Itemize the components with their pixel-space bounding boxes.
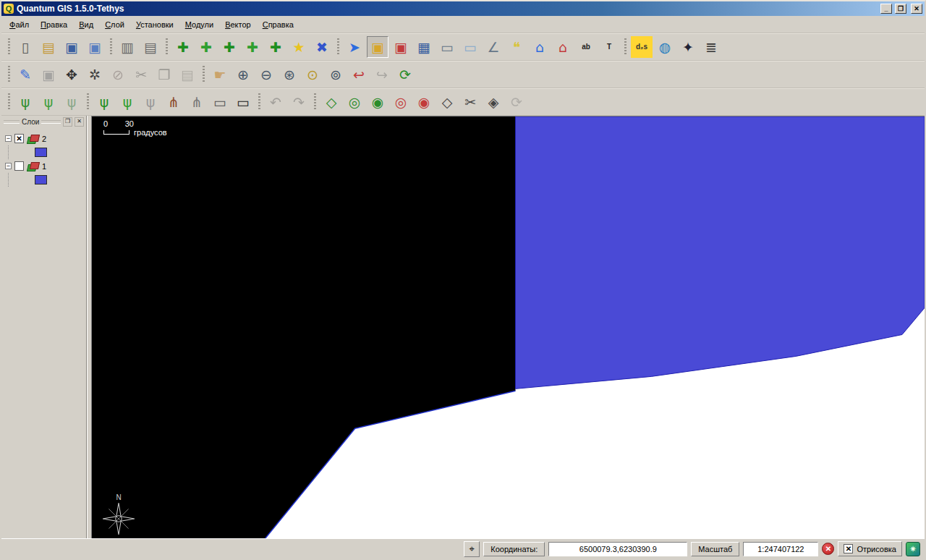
zoom-in-icon[interactable]: ⊕: [232, 64, 254, 85]
menu-settings[interactable]: Установки: [130, 17, 179, 32]
zoom-full-extent-icon[interactable]: ⊛: [279, 64, 300, 85]
add-spatialite-layer-icon[interactable]: ✚: [242, 36, 263, 58]
grass-add-vector-layer-icon[interactable]: ψ: [93, 91, 115, 113]
layer-name[interactable]: 2: [42, 135, 46, 143]
coordinate-capture-icon[interactable]: ◍: [654, 36, 676, 58]
layer-name[interactable]: 1: [42, 162, 46, 171]
grass-close-mapset-icon[interactable]: ψ: [61, 91, 82, 113]
new-shapefile-layer-icon[interactable]: ★: [288, 36, 310, 58]
copy-features-icon[interactable]: ❐: [153, 64, 175, 85]
save-project-as-icon[interactable]: ▣: [84, 36, 106, 58]
add-vector-layer-icon[interactable]: ✚: [172, 36, 194, 58]
close-button[interactable]: ✕: [911, 4, 922, 14]
move-feature-icon[interactable]: ✥: [61, 64, 82, 85]
menu-plugins[interactable]: Модули: [179, 17, 219, 32]
titlebar[interactable]: Q Quantum GIS 1.5.0-Tethys _ ❐ ✕: [1, 1, 925, 16]
node-tool-icon[interactable]: ✲: [84, 64, 106, 85]
show-bookmarks-icon[interactable]: ⌂: [552, 36, 574, 58]
coordinates-label[interactable]: Координаты:: [483, 542, 545, 556]
grass-region-edit-icon[interactable]: ▭: [232, 91, 254, 113]
delete-part-icon[interactable]: ◉: [413, 91, 435, 113]
zoom-to-layer-icon[interactable]: ⊚: [325, 64, 347, 85]
coordinates-value[interactable]: 6500079.3,6230390.9: [548, 542, 687, 556]
layer-symbol-swatch[interactable]: [35, 175, 47, 184]
grass-tools-icon[interactable]: ⋔: [186, 91, 208, 113]
rotate-point-symbols-icon[interactable]: ⟳: [506, 91, 527, 113]
delete-selected-icon[interactable]: ⊘: [107, 64, 129, 85]
measure-area-icon[interactable]: ▭: [459, 36, 481, 58]
toolbar-grip[interactable]: [337, 38, 339, 56]
toolbar-grip[interactable]: [8, 66, 10, 83]
tree-expander-icon[interactable]: −: [5, 163, 12, 169]
map-canvas[interactable]: 0 30 градусов N: [91, 116, 925, 538]
zoom-out-icon[interactable]: ⊖: [255, 64, 277, 85]
render-checkbox-label[interactable]: Отрисовка: [857, 545, 896, 553]
grass-add-raster-layer-icon[interactable]: ψ: [116, 91, 138, 113]
delete-ring-icon[interactable]: ◎: [390, 91, 412, 113]
attribute-table-icon[interactable]: ▦: [413, 36, 435, 58]
simplify-feature-icon[interactable]: ◇: [320, 91, 342, 113]
text-annotation-icon[interactable]: T: [598, 36, 620, 58]
new-print-composer-icon[interactable]: ▥: [116, 36, 138, 58]
zoom-to-selection-icon[interactable]: ⊙: [302, 64, 323, 85]
add-part-icon[interactable]: ◉: [367, 91, 388, 113]
cut-features-icon[interactable]: ✂: [130, 64, 152, 85]
crs-status-icon[interactable]: ✷: [906, 542, 920, 556]
tree-expander-icon[interactable]: −: [5, 135, 12, 142]
dock-float-button[interactable]: ❐: [63, 117, 72, 127]
redo-icon[interactable]: ↷: [288, 91, 310, 113]
zoom-last-icon[interactable]: ↩: [348, 64, 370, 85]
measure-angle-icon[interactable]: ∠: [483, 36, 504, 58]
grass-edit-vector-icon[interactable]: ⋔: [163, 91, 184, 113]
add-ring-icon[interactable]: ◎: [344, 91, 365, 113]
undo-icon[interactable]: ↶: [265, 91, 286, 113]
toggle-extents-icon[interactable]: ⌖: [464, 541, 480, 557]
toolbar-grip[interactable]: [314, 93, 316, 111]
dxf2shp-icon[interactable]: d₂s: [631, 36, 653, 58]
map-tips-icon[interactable]: ❝: [506, 36, 527, 58]
toolbar-grip[interactable]: [8, 93, 10, 111]
menu-layer[interactable]: Слой: [99, 17, 130, 32]
refresh-map-icon[interactable]: ⟳: [394, 64, 416, 85]
toolbar-grip[interactable]: [87, 93, 89, 111]
toolbar-grip[interactable]: [8, 38, 10, 56]
toolbar-grip[interactable]: [110, 38, 112, 56]
menu-vector[interactable]: Вектор: [219, 17, 257, 32]
split-features-icon[interactable]: ✂: [459, 91, 481, 113]
new-bookmark-icon[interactable]: ⌂: [529, 36, 551, 58]
toggle-editing-icon[interactable]: ✎: [14, 64, 36, 85]
grass-region-display-icon[interactable]: ▭: [209, 91, 231, 113]
merge-features-icon[interactable]: ◈: [483, 91, 504, 113]
menu-view[interactable]: Вид: [73, 17, 99, 32]
toolbar-grip[interactable]: [203, 66, 205, 83]
layer-symbol-swatch[interactable]: [35, 148, 47, 157]
scale-value[interactable]: 1:247407122: [743, 542, 818, 556]
restore-button[interactable]: ❐: [895, 4, 906, 14]
select-features-icon[interactable]: ▣: [367, 36, 388, 58]
add-wms-layer-icon[interactable]: ✚: [265, 36, 286, 58]
add-postgis-layer-icon[interactable]: ✚: [218, 36, 240, 58]
menu-help[interactable]: Справка: [257, 17, 300, 32]
save-project-icon[interactable]: ▣: [61, 36, 82, 58]
toolbar-grip[interactable]: [166, 38, 168, 56]
new-project-icon[interactable]: ▯: [14, 36, 36, 58]
grass-create-vector-icon[interactable]: ψ: [140, 91, 161, 113]
render-checkbox[interactable]: ✕: [844, 544, 853, 553]
save-edits-icon[interactable]: ▣: [38, 64, 59, 85]
layer-visibility-checkbox[interactable]: [14, 161, 24, 171]
pan-map-icon[interactable]: ☛: [209, 64, 231, 85]
grass-open-mapset-icon[interactable]: ψ: [14, 91, 36, 113]
scale-bar-plugin-icon[interactable]: ≣: [700, 36, 722, 58]
grass-new-mapset-icon[interactable]: ψ: [38, 91, 59, 113]
reshape-features-icon[interactable]: ◇: [436, 91, 458, 113]
minimize-button[interactable]: _: [880, 4, 892, 14]
stop-render-icon[interactable]: ✕: [822, 543, 834, 555]
identify-features-icon[interactable]: ➤: [344, 36, 365, 58]
toolbar-grip[interactable]: [624, 38, 626, 56]
deselect-features-icon[interactable]: ▣: [390, 36, 412, 58]
paste-features-icon[interactable]: ▤: [177, 64, 198, 85]
menu-file[interactable]: Файл: [4, 17, 35, 32]
labeling-icon[interactable]: ab: [575, 36, 597, 58]
add-raster-layer-icon[interactable]: ✚: [195, 36, 217, 58]
zoom-next-icon[interactable]: ↪: [371, 64, 393, 85]
